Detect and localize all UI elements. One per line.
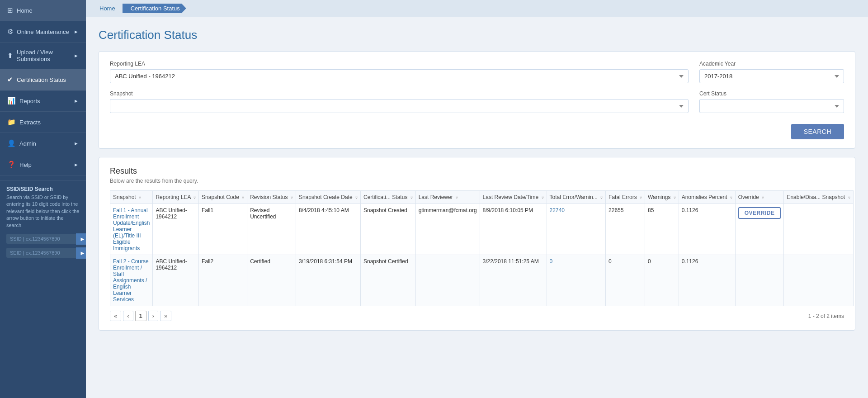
table-header-8: Total Error/Warnin... ▿	[547, 191, 606, 204]
page-current-button[interactable]: 1	[135, 311, 146, 321]
results-card: Results Below are the results from the q…	[99, 157, 855, 331]
override-button[interactable]: OVERRIDE	[738, 207, 781, 219]
sidebar-item-help[interactable]: ❓ Help ►	[0, 154, 86, 175]
filter-icon[interactable]: ▿	[674, 195, 676, 200]
filter-icon[interactable]: ▿	[730, 195, 732, 200]
fatal-errors-cell: 22655	[609, 207, 623, 213]
reporting-lea-group: Reporting LEA ABC Unified - 1964212	[110, 61, 689, 83]
sidebar-item-upload-view[interactable]: ⬆ Upload / View Submissions ►	[0, 43, 86, 69]
page-prev-button[interactable]: ‹	[123, 311, 133, 321]
total-errors-link[interactable]: 22740	[550, 207, 565, 213]
sidebar-item-online-maintenance[interactable]: ⚙ Online Maintenance ►	[0, 21, 86, 43]
total-errors-link[interactable]: 0	[550, 258, 553, 265]
ssid-search-button[interactable]: ►	[76, 233, 86, 245]
filter-icon[interactable]: ▿	[355, 195, 358, 200]
last-reviewer-cell: gtimmerman@fcmat.org	[419, 207, 477, 213]
filter-card: Reporting LEA ABC Unified - 1964212 Acad…	[99, 51, 855, 149]
sidebar-item-label: Online Maintenance	[17, 28, 69, 35]
cert-status-cell: Snapshot Certified	[363, 258, 408, 265]
warnings-cell: 0	[648, 258, 651, 265]
snapshot-link[interactable]: Fall 1 - Annual Enrollment Update/Englis…	[113, 207, 150, 251]
sidebar-item-label: Extracts	[19, 119, 41, 126]
ssid-section-desc: Search via SSID or SEID by entering its …	[6, 194, 80, 229]
ssid-input[interactable]	[6, 234, 76, 244]
filter-icon[interactable]: ▿	[600, 195, 603, 200]
filter-row-2: Snapshot Cert Status	[110, 90, 844, 113]
table-header-10: Warnings ▿	[645, 191, 679, 204]
sidebar-arrow-icon: ►	[74, 141, 79, 146]
table-header-11: Anomalies Percent ▿	[679, 191, 735, 204]
cert-status-select[interactable]	[699, 99, 844, 113]
online-maintenance-icon: ⚙	[7, 28, 13, 36]
last-review-date-cell: 3/22/2018 11:51:25 AM	[483, 258, 539, 265]
sidebar: ⊞ Home ⚙ Online Maintenance ► ⬆ Upload /…	[0, 0, 86, 398]
reports-icon: 📊	[7, 97, 16, 105]
revision-status-cell: Revised Uncertified	[250, 207, 276, 220]
sidebar-arrow-icon: ►	[74, 162, 79, 167]
table-header-4: Snapshot Create Date ▿	[296, 191, 360, 204]
filter-icon[interactable]: ▿	[410, 195, 413, 200]
sidebar-item-home[interactable]: ⊞ Home	[0, 0, 86, 21]
page-content: Certification Status Reporting LEA ABC U…	[86, 17, 868, 341]
cert-status-cell: Snapshot Created	[363, 207, 407, 213]
pagination-row: « ‹ 1 › » 1 - 2 of 2 items	[110, 311, 844, 321]
page-count: 1 - 2 of 2 items	[808, 313, 844, 319]
fatal-errors-cell: 0	[609, 258, 612, 265]
ssid-section-title: SSID/SEID Search	[6, 186, 80, 192]
filter-icon[interactable]: ▿	[242, 195, 244, 200]
academic-year-label: Academic Year	[699, 61, 844, 67]
breadcrumb: HomeCertification Status	[86, 0, 868, 17]
filter-icon[interactable]: ▿	[542, 195, 544, 200]
filter-icon[interactable]: ▿	[848, 195, 850, 200]
breadcrumb-item-1[interactable]: Certification Status	[123, 4, 186, 13]
table-header-9: Fatal Errors ▿	[606, 191, 645, 204]
breadcrumb-item-0[interactable]: Home	[95, 4, 122, 13]
filter-icon[interactable]: ▿	[291, 195, 293, 200]
filter-icon[interactable]: ▿	[762, 195, 764, 200]
sidebar-arrow-icon: ►	[74, 53, 79, 58]
sidebar-item-label: Certification Status	[17, 76, 66, 83]
snapshot-label: Snapshot	[110, 90, 689, 97]
filter-icon[interactable]: ▿	[456, 195, 458, 200]
filter-icon[interactable]: ▿	[139, 195, 141, 200]
academic-year-group: Academic Year 2017-2018	[699, 61, 844, 83]
seid-input[interactable]	[6, 248, 76, 258]
table-header-2: Snapshot Code ▿	[199, 191, 247, 204]
reporting-lea-label: Reporting LEA	[110, 61, 689, 67]
filter-actions: SEARCH	[110, 120, 844, 139]
sidebar-item-label: Home	[17, 7, 33, 14]
table-header-1: Reporting LEA ▿	[153, 191, 199, 204]
table-header-6: Last Reviewer ▿	[415, 191, 480, 204]
page-last-button[interactable]: »	[160, 311, 171, 321]
cert-status-label: Cert Status	[699, 90, 844, 97]
sidebar-item-label: Upload / View Submissions	[17, 49, 74, 62]
ssid-section: SSID/SEID Search Search via SSID or SEID…	[0, 180, 86, 267]
sidebar-item-label: Help	[19, 161, 32, 168]
snapshot-link[interactable]: Fall 2 - Course Enrollment / Staff Assig…	[113, 258, 149, 303]
sidebar-item-certification-status[interactable]: ✔ Certification Status	[0, 69, 86, 90]
home-icon: ⊞	[7, 6, 13, 14]
seid-search-button[interactable]: ►	[76, 247, 86, 259]
snapshot-select[interactable]	[110, 99, 689, 113]
sidebar-item-admin[interactable]: 👤 Admin ►	[0, 133, 86, 154]
table-header-13: Enable/Disa... Snapshot ▿	[784, 191, 853, 204]
reporting-lea-select[interactable]: ABC Unified - 1964212	[110, 69, 689, 83]
snapshot-create-date-cell: 3/19/2018 6:31:54 PM	[299, 258, 352, 265]
sidebar-arrow-icon: ►	[74, 98, 79, 104]
anomalies-percent-cell: 0.1126	[682, 258, 698, 265]
sidebar-arrow-icon: ►	[74, 29, 79, 34]
results-description: Below are the results from the query.	[110, 178, 844, 184]
filter-icon[interactable]: ▿	[193, 195, 196, 200]
sidebar-item-label: Reports	[19, 98, 40, 104]
sidebar-item-reports[interactable]: 📊 Reports ►	[0, 90, 86, 112]
page-next-button[interactable]: ›	[148, 311, 158, 321]
academic-year-select[interactable]: 2017-2018	[699, 69, 844, 83]
pagination-controls: « ‹ 1 › »	[110, 311, 171, 321]
page-first-button[interactable]: «	[110, 311, 121, 321]
search-button[interactable]: SEARCH	[791, 124, 844, 139]
ssid-search-row: ►	[6, 233, 80, 245]
filter-icon[interactable]: ▿	[640, 195, 642, 200]
sidebar-item-extracts[interactable]: 📁 Extracts	[0, 112, 86, 133]
table-row: Fall 1 - Annual Enrollment Update/Englis…	[110, 204, 854, 255]
table-header-12: Override ▿	[735, 191, 784, 204]
